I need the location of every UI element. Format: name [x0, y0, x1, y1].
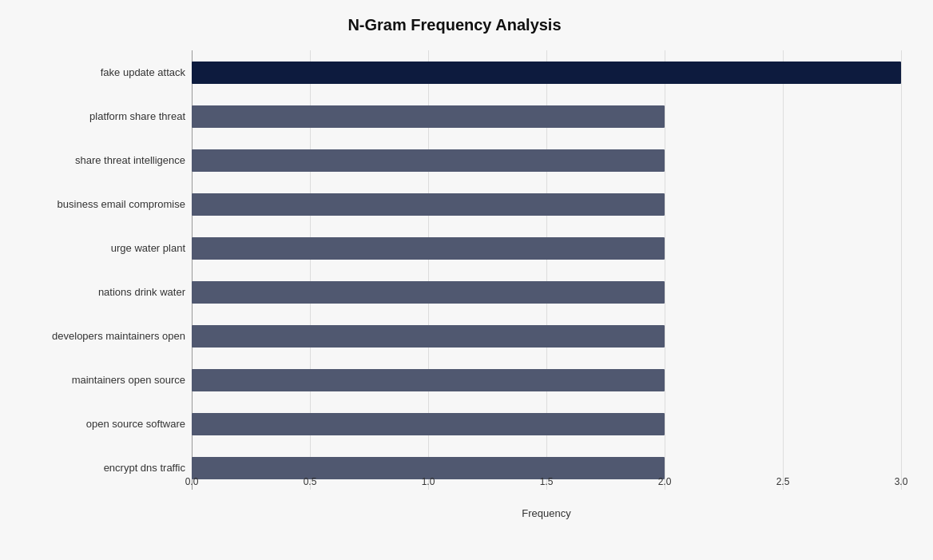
bar-row [192, 182, 901, 226]
bar [192, 369, 665, 391]
bar-row [192, 94, 901, 138]
bar [192, 325, 665, 348]
x-tick-label: 0.0 [185, 476, 199, 487]
bar-row [192, 226, 901, 270]
bar [192, 281, 665, 304]
bar-row [192, 138, 901, 182]
x-tick-label: 3.0 [895, 476, 908, 487]
bars-and-grid: 0.00.51.01.52.02.53.0 Frequency [192, 50, 901, 514]
x-tick-label: 2.5 [776, 476, 790, 487]
x-tick-label: 1.5 [540, 476, 554, 487]
y-label: platform share threat [89, 94, 185, 138]
bar [192, 413, 665, 435]
bar-row [192, 402, 901, 446]
chart-area: fake update attackplatform share threats… [8, 50, 901, 514]
bar [192, 105, 665, 128]
y-label: open source software [86, 402, 185, 446]
x-axis-area: 0.00.51.01.52.02.53.0 Frequency [192, 474, 901, 514]
y-label: encrypt dns traffic [104, 446, 185, 490]
bar-row [192, 314, 901, 358]
y-label: urge water plant [111, 226, 185, 270]
bar-row [192, 270, 901, 314]
y-label: nations drink water [98, 270, 185, 314]
bars-section [192, 50, 901, 514]
y-label: fake update attack [101, 50, 185, 94]
grid-line [901, 50, 902, 490]
y-label: business email compromise [58, 182, 185, 226]
y-label: developers maintainers open [52, 314, 185, 358]
y-label: maintainers open source [72, 358, 185, 402]
x-tick-label: 2.0 [658, 476, 672, 487]
bar-row [192, 358, 901, 402]
chart-title: N-Gram Frequency Analysis [8, 16, 901, 34]
bar [192, 149, 665, 172]
x-tick-label: 0.5 [304, 476, 317, 487]
bar [192, 237, 665, 260]
x-axis-title: Frequency [192, 507, 901, 519]
bar-row [192, 50, 901, 94]
bar [192, 62, 901, 84]
y-label: share threat intelligence [75, 138, 185, 182]
x-tick-label: 1.0 [422, 476, 435, 487]
chart-container: N-Gram Frequency Analysis fake update at… [0, 0, 933, 560]
bar [192, 193, 665, 216]
y-axis-labels: fake update attackplatform share threats… [8, 50, 192, 514]
